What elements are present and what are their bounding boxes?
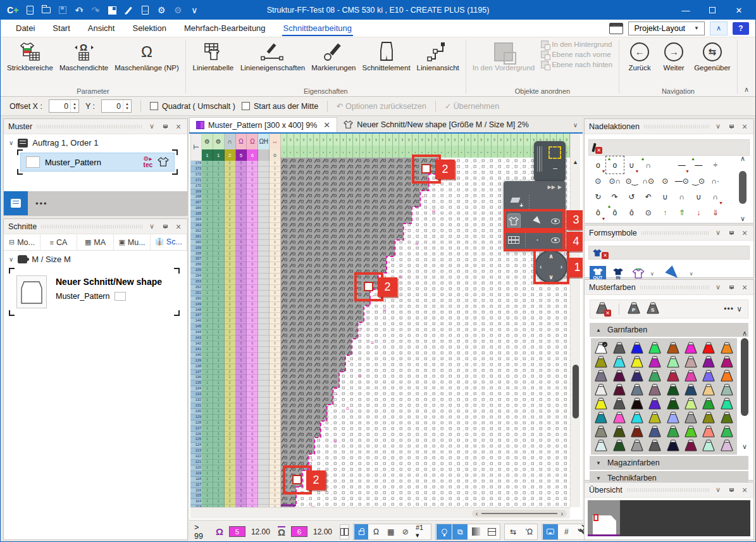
yarn-cone-icon[interactable] [666, 342, 680, 354]
scroll-thumb[interactable] [739, 171, 747, 204]
vertical-scroll-thumb[interactable] [573, 365, 579, 419]
pattern-row[interactable]: 124112560 [190, 443, 281, 448]
yarn-color-swatch[interactable] [718, 355, 736, 369]
needle-action-symbol[interactable]: ∩⊙ [640, 173, 657, 189]
yarn-color-swatch[interactable] [700, 424, 717, 438]
control-cell[interactable]: 1 [213, 291, 225, 296]
panel-pin-icon[interactable] [727, 488, 736, 491]
control-cell[interactable] [258, 448, 270, 454]
yarn-cone-icon[interactable] [648, 342, 662, 354]
linientabelle-button[interactable]: Linientabelle [190, 39, 237, 73]
control-cell[interactable]: 6 [247, 426, 258, 432]
yarn-color-swatch[interactable] [646, 438, 664, 452]
markierungen-button[interactable]: Markierungen [309, 39, 358, 73]
yarn-color-swatch[interactable] [682, 369, 700, 382]
loop-direction-button[interactable]: 'Ω [521, 524, 536, 539]
yarn-color-swatch[interactable] [646, 341, 664, 355]
control-cell[interactable]: 0 [270, 381, 281, 386]
control-column-icon[interactable]: Ω [247, 134, 258, 149]
gegenueber-button[interactable]: ⇆ Gegenüber [691, 39, 733, 73]
control-cell[interactable]: 1 [202, 223, 213, 229]
tab-schnitte[interactable]: 👔Sc... [151, 234, 187, 250]
needle-action-symbol[interactable]: —▼ [674, 157, 691, 173]
needle-action-symbol[interactable]: ∪▼ [623, 157, 640, 173]
yarn-cone-icon[interactable] [648, 412, 662, 424]
yarn-color-swatch[interactable] [628, 424, 646, 438]
panel-pin-icon[interactable] [161, 225, 170, 228]
control-cell[interactable] [258, 167, 270, 172]
needle-action-symbol[interactable]: ∩ [674, 189, 691, 205]
control-cell[interactable]: 6 [247, 184, 258, 189]
machine-selector[interactable]: #1 ▾ [413, 524, 430, 539]
pattern-row[interactable]: 137112560 [190, 370, 281, 375]
yarn-cone-icon[interactable]: S [646, 302, 660, 314]
control-cell[interactable]: 0 [270, 488, 281, 494]
needle-action-symbol[interactable]: —▲ [690, 157, 707, 173]
yarn-cone-icon[interactable] [666, 384, 680, 396]
control-cell[interactable]: 6 [247, 420, 258, 426]
control-cell[interactable]: 0 [270, 256, 281, 262]
needle-action-symbol[interactable]: ∪ [690, 189, 707, 205]
control-cell[interactable]: 5 [236, 268, 247, 274]
control-cell[interactable]: 1 [202, 217, 213, 223]
garnfarben-section-header[interactable]: ▲ Garnfarben [590, 323, 748, 337]
control-cell[interactable]: 0 [270, 426, 281, 432]
pattern-row[interactable]: 165112560 [190, 211, 281, 217]
overview-viewport-rect[interactable] [593, 514, 598, 521]
np-front-value[interactable]: 5 [229, 526, 245, 537]
control-cell[interactable]: 5 [236, 375, 247, 381]
panel-close-icon[interactable]: × [740, 122, 749, 132]
control-cell[interactable]: 2 [225, 302, 236, 308]
control-cell[interactable]: 1 [202, 432, 213, 438]
yarn-color-swatch[interactable] [718, 341, 736, 355]
control-cell[interactable]: 5 [236, 341, 247, 347]
magazinfarben-section-header[interactable]: ▼ Magazinfarben [590, 456, 748, 470]
in-den-hintergrund-button[interactable]: In den Hintergrund [541, 41, 612, 48]
yarn-cone-icon[interactable] [702, 439, 716, 451]
yarn-color-swatch[interactable] [610, 410, 628, 424]
expand-double-icon[interactable]: ▶▶ [548, 184, 555, 190]
control-cell[interactable]: 1 [213, 482, 225, 488]
control-cell[interactable]: 2 [225, 443, 236, 448]
yarn-color-swatch[interactable] [682, 341, 700, 355]
pattern-row[interactable]: 156112560 [190, 262, 281, 268]
control-cell[interactable]: 1 [213, 313, 225, 318]
grid-toggle-button[interactable]: # [559, 524, 574, 539]
pattern-row[interactable]: 146112560 [190, 318, 281, 324]
yarn-cone-icon[interactable] [720, 439, 734, 451]
control-cell[interactable]: 6 [247, 256, 258, 262]
needle-cell[interactable]: ʔ [294, 134, 301, 146]
control-cell[interactable]: 0 [270, 172, 281, 178]
control-cell[interactable]: 6 [247, 493, 258, 499]
needle-cell[interactable]: ‹ [314, 146, 320, 158]
yarn-cone-icon[interactable] [666, 425, 680, 438]
needle-cell[interactable]: ʔ [485, 134, 491, 146]
needle-cell[interactable]: ‹ [340, 146, 347, 158]
yarn-color-swatch[interactable] [664, 396, 682, 410]
control-cell[interactable]: 2 [225, 398, 236, 403]
control-cell[interactable]: 1 [202, 167, 213, 172]
maschenlaenge-button[interactable]: Ω Maschenlänge (NP) [112, 39, 182, 73]
tab-ca[interactable]: ≡CA [40, 234, 77, 250]
control-cell[interactable]: 2 [225, 167, 236, 172]
control-cell[interactable]: 1 [213, 279, 225, 285]
needle-cell[interactable]: ‹ [445, 146, 452, 158]
control-cell[interactable]: 6 [247, 437, 258, 443]
control-cell[interactable]: 1 [202, 211, 213, 217]
control-cell[interactable]: 1 [213, 437, 225, 443]
needle-cell[interactable]: ʔ [340, 134, 347, 146]
pattern-row[interactable]: 153112560 [190, 279, 281, 285]
gradient-view-button[interactable] [468, 524, 483, 539]
control-cell[interactable]: 5 [236, 460, 247, 465]
yarn-color-swatch[interactable] [718, 424, 736, 438]
control-cell[interactable]: 6 [247, 194, 258, 200]
control-cell[interactable]: 5 [236, 223, 247, 229]
control-cell[interactable]: 1 [213, 341, 225, 347]
pattern-row[interactable]: 151112560 [190, 291, 281, 296]
control-cell[interactable] [258, 409, 270, 415]
control-cell[interactable]: 0 [270, 336, 281, 341]
yarn-color-swatch[interactable] [646, 382, 664, 396]
control-cell[interactable]: 0 [270, 217, 281, 223]
needle-cell[interactable]: ‹ [465, 146, 471, 158]
control-cell[interactable]: 0 [270, 353, 281, 358]
